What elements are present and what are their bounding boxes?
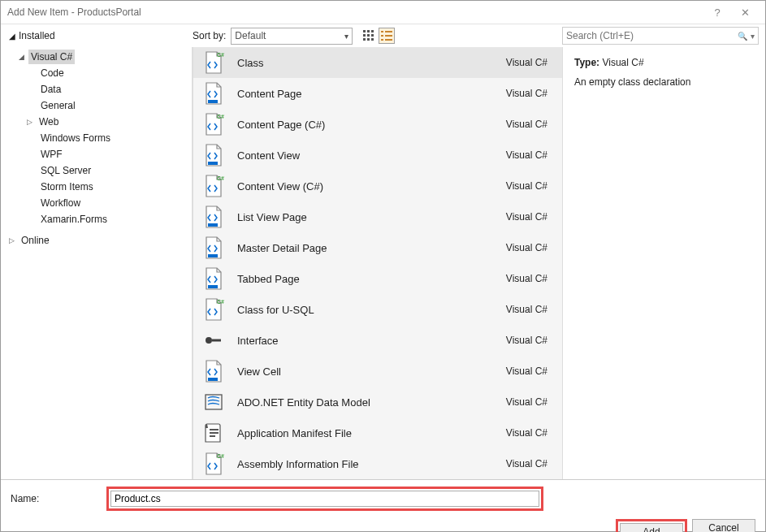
tree-item[interactable]: Code bbox=[1, 65, 192, 81]
svg-rect-8 bbox=[371, 38, 374, 41]
titlebar: Add New Item - ProductsPortal ? ✕ bbox=[1, 1, 765, 24]
tree-item-visual-csharp[interactable]: ◢Visual C# bbox=[1, 49, 192, 65]
doc-blue-icon bbox=[201, 81, 226, 106]
template-item-lang: Visual C# bbox=[506, 211, 552, 223]
template-item-label: Interface bbox=[237, 335, 506, 347]
sort-value: Default bbox=[235, 30, 266, 41]
window-title: Add New Item - ProductsPortal bbox=[7, 6, 141, 18]
search-field[interactable] bbox=[566, 30, 738, 41]
svg-rect-0 bbox=[363, 30, 366, 32]
view-small-icons-button[interactable] bbox=[361, 28, 377, 44]
template-item-label: Tabbed Page bbox=[237, 273, 506, 285]
template-item[interactable]: Application Manifest File Visual C# bbox=[193, 417, 562, 448]
tree-item[interactable]: SQL Server bbox=[1, 162, 192, 179]
svg-rect-14 bbox=[385, 39, 392, 41]
svg-rect-11 bbox=[381, 35, 383, 37]
detail-pane: Type: Visual C# An empty class declarati… bbox=[562, 47, 765, 479]
tree-item[interactable]: Xamarin.Forms bbox=[1, 211, 192, 227]
sort-label: Sort by: bbox=[193, 30, 226, 41]
template-item-label: Class for U-SQL bbox=[237, 304, 506, 316]
close-button[interactable]: ✕ bbox=[731, 1, 759, 24]
dropdown-icon[interactable]: ▾ bbox=[751, 32, 755, 41]
name-highlight bbox=[106, 487, 543, 511]
template-item[interactable]: Tabbed Page Visual C# bbox=[193, 263, 562, 294]
add-highlight: Add bbox=[616, 519, 687, 532]
category-tree: ◢Visual C# Code Data General ▷Web Window… bbox=[1, 47, 193, 479]
template-item-label: View Cell bbox=[237, 365, 506, 378]
template-item-lang: Visual C# bbox=[506, 335, 552, 346]
doc-blue-icon bbox=[201, 266, 226, 291]
template-item-lang: Visual C# bbox=[506, 458, 552, 469]
doc-blue-icon bbox=[201, 236, 226, 260]
sort-select[interactable]: Default ▾ bbox=[231, 28, 353, 45]
template-item-lang: Visual C# bbox=[506, 273, 552, 284]
svg-rect-10 bbox=[385, 31, 392, 32]
entity-icon bbox=[201, 390, 226, 414]
cancel-button[interactable]: Cancel bbox=[692, 519, 755, 532]
svg-rect-7 bbox=[367, 38, 370, 41]
template-item[interactable]: Class Visual C# bbox=[193, 47, 562, 78]
tree-header-installed-label: Installed bbox=[19, 30, 55, 41]
template-item-label: Master Detail Page bbox=[237, 242, 506, 254]
detail-description: An empty class declaration bbox=[574, 76, 754, 88]
tree-item[interactable]: Windows Forms bbox=[1, 130, 192, 146]
tree-item[interactable]: General bbox=[1, 97, 192, 114]
svg-rect-1 bbox=[367, 30, 370, 32]
svg-rect-12 bbox=[385, 35, 392, 37]
svg-rect-13 bbox=[381, 39, 383, 41]
tree-item-web[interactable]: ▷Web bbox=[1, 114, 192, 130]
template-item-lang: Visual C# bbox=[506, 149, 552, 161]
template-item[interactable]: Master Detail Page Visual C# bbox=[193, 232, 562, 263]
chevron-right-icon: ▷ bbox=[9, 233, 19, 248]
tree-item[interactable]: Storm Items bbox=[1, 179, 192, 195]
template-item-lang: Visual C# bbox=[506, 88, 552, 99]
template-item[interactable]: Content Page Visual C# bbox=[193, 78, 562, 109]
doc-blue-icon bbox=[201, 205, 226, 229]
template-item[interactable]: Class for U-SQL Visual C# bbox=[193, 294, 562, 325]
template-item-label: Assembly Information File bbox=[237, 458, 506, 470]
template-item[interactable]: Content View (C#) Visual C# bbox=[193, 171, 562, 201]
template-item[interactable]: List View Page Visual C# bbox=[193, 201, 562, 232]
doc-blue-icon bbox=[201, 359, 226, 383]
template-item[interactable]: Assembly Information File Visual C# bbox=[193, 448, 562, 479]
template-list[interactable]: Class Visual C# Content Page Visual C# C… bbox=[193, 47, 562, 479]
template-item-label: Application Manifest File bbox=[237, 427, 506, 439]
chevron-down-icon: ▾ bbox=[344, 32, 348, 41]
cs-class-icon bbox=[201, 50, 226, 75]
dialog-window: Add New Item - ProductsPortal ? ✕ ◢ Inst… bbox=[0, 0, 766, 532]
svg-rect-3 bbox=[363, 34, 366, 37]
help-button[interactable]: ? bbox=[703, 1, 731, 24]
template-item-lang: Visual C# bbox=[506, 242, 552, 253]
svg-rect-9 bbox=[381, 31, 383, 32]
doc-blue-icon bbox=[201, 143, 226, 167]
name-label: Name: bbox=[9, 493, 106, 504]
template-item-lang: Visual C# bbox=[506, 57, 552, 68]
tree-item[interactable]: Workflow bbox=[1, 195, 192, 211]
interface-icon bbox=[201, 328, 226, 353]
cs-class-icon bbox=[201, 452, 226, 476]
tree-item-online[interactable]: ▷Online bbox=[1, 232, 192, 249]
chevron-down-icon: ◢ bbox=[19, 50, 28, 64]
template-item-label: Class bbox=[237, 57, 506, 69]
search-input[interactable]: 🔍 ▾ bbox=[562, 27, 759, 45]
template-item[interactable]: Interface Visual C# bbox=[193, 325, 562, 356]
template-item-lang: Visual C# bbox=[506, 304, 552, 315]
template-item[interactable]: Content View Visual C# bbox=[193, 140, 562, 171]
template-item-label: Content Page bbox=[237, 88, 506, 100]
template-item-lang: Visual C# bbox=[506, 396, 552, 408]
template-item[interactable]: Content Page (C#) Visual C# bbox=[193, 109, 562, 140]
svg-rect-5 bbox=[371, 34, 374, 37]
view-list-button[interactable] bbox=[379, 28, 395, 44]
tree-header-installed[interactable]: ◢ Installed bbox=[1, 30, 193, 41]
template-item[interactable]: View Cell Visual C# bbox=[193, 356, 562, 387]
template-item-lang: Visual C# bbox=[506, 427, 552, 439]
chevron-down-icon: ◢ bbox=[9, 32, 15, 41]
tree-item[interactable]: Data bbox=[1, 81, 192, 97]
cs-class-icon bbox=[201, 112, 226, 136]
template-item[interactable]: ADO.NET Entity Data Model Visual C# bbox=[193, 387, 562, 417]
add-button[interactable]: Add bbox=[620, 523, 683, 532]
name-input[interactable] bbox=[110, 491, 539, 507]
template-item-lang: Visual C# bbox=[506, 119, 552, 130]
tree-item[interactable]: WPF bbox=[1, 146, 192, 162]
manifest-icon bbox=[201, 421, 226, 445]
